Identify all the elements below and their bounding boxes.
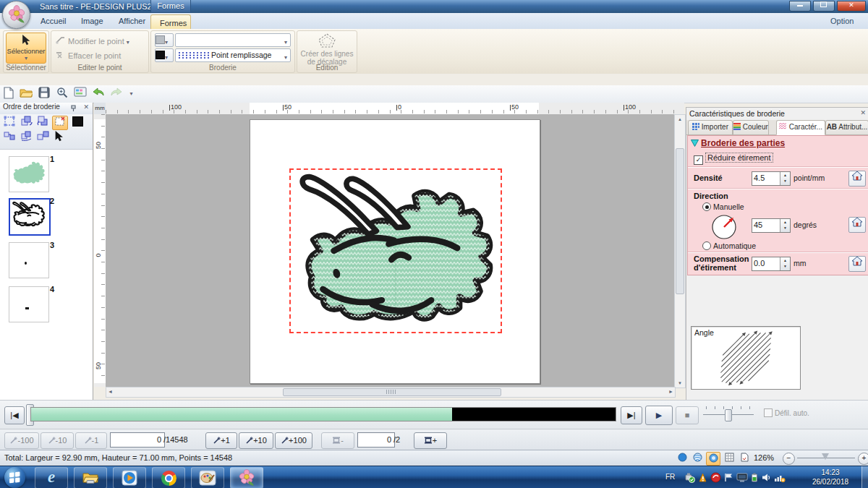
open-file-button[interactable]: [19, 87, 33, 101]
start-button[interactable]: [4, 467, 25, 488]
reduce-stretch-label[interactable]: Réduire étirement: [705, 153, 773, 163]
thread-color-swatch-button[interactable]: [70, 116, 85, 129]
back-100-button[interactable]: -100: [4, 432, 39, 449]
scroll-right-icon[interactable]: ►: [668, 388, 673, 396]
tab-attributs[interactable]: AB Attribut...: [825, 120, 868, 135]
stitch-view-button[interactable]: [691, 452, 704, 464]
stitch-progress-bar[interactable]: [30, 407, 616, 421]
panel-close-icon[interactable]: ✕: [83, 103, 89, 111]
network-icon[interactable]: [774, 472, 786, 483]
canvas-vscrollbar[interactable]: ▲ ▼: [674, 114, 686, 388]
toolbar-options-caret[interactable]: ▾: [127, 87, 135, 101]
grid-button[interactable]: [723, 452, 736, 464]
design-property-button[interactable]: [738, 452, 751, 464]
erase-point-button[interactable]: Effacer le point: [56, 50, 121, 60]
new-document-button[interactable]: [1, 87, 15, 101]
density-spinner[interactable]: 4.5 ▲▼: [752, 171, 791, 186]
zoom-out-button[interactable]: −: [783, 453, 795, 465]
option-menu[interactable]: Option: [822, 13, 862, 29]
section-triangle-icon[interactable]: [691, 140, 699, 147]
close-button[interactable]: ✕: [837, 1, 866, 12]
angle-spinner[interactable]: 45 ▲▼: [752, 218, 791, 233]
battery-icon[interactable]: [750, 472, 759, 483]
undo-button[interactable]: [91, 87, 106, 101]
taskbar-paint-button[interactable]: [191, 467, 224, 488]
action-center-flag-icon[interactable]: [723, 472, 734, 483]
tab-image[interactable]: Image: [72, 13, 112, 29]
auto-radio-row[interactable]: Automatique: [702, 241, 756, 250]
manual-radio-row[interactable]: Manuelle: [702, 202, 744, 211]
order-item-4[interactable]: [9, 286, 49, 322]
solid-view-button[interactable]: [676, 452, 689, 464]
compensation-spinner[interactable]: 0.0 ▲▼: [752, 257, 791, 271]
color-count-field[interactable]: 0: [357, 432, 395, 448]
autoscroll-row[interactable]: Défil. auto.: [764, 408, 809, 417]
order-item-1[interactable]: [9, 156, 49, 192]
group-button[interactable]: [19, 131, 33, 144]
scroll-left-icon[interactable]: ◄: [108, 388, 113, 396]
outline-stitch-combo[interactable]: ▾: [175, 33, 291, 47]
maximize-button[interactable]: [813, 1, 835, 12]
reduce-stretch-checkbox[interactable]: ✓: [694, 155, 703, 165]
fill-color-swatch-button[interactable]: ▾: [155, 48, 174, 62]
fill-stitch-combo[interactable]: Point remplissage ▾: [175, 48, 291, 62]
stitch-count-field[interactable]: 0: [110, 432, 165, 448]
vscroll-thumb[interactable]: [676, 148, 684, 294]
send-backward-button[interactable]: [35, 116, 50, 129]
speaker-icon[interactable]: [761, 472, 772, 483]
select-tool-button[interactable]: Sélectionner ▾: [6, 33, 46, 64]
scroll-down-icon[interactable]: ▼: [675, 379, 685, 388]
bring-forward-button[interactable]: [19, 116, 33, 129]
auto-radio[interactable]: [702, 241, 711, 250]
scroll-up-icon[interactable]: ▲: [675, 115, 685, 124]
tab-couleur[interactable]: Couleur: [733, 120, 769, 135]
play-button[interactable]: ▶: [645, 406, 673, 425]
go-to-end-button[interactable]: ▶|: [621, 406, 642, 424]
manual-radio[interactable]: [702, 202, 711, 211]
density-spin-buttons[interactable]: ▲▼: [780, 172, 790, 185]
angle-spin-buttons[interactable]: ▲▼: [780, 219, 790, 232]
tab-afficher[interactable]: Afficher: [110, 13, 154, 29]
zoom-in-button[interactable]: +: [858, 453, 868, 465]
antivirus-icon[interactable]: [710, 472, 721, 483]
order-item-3[interactable]: [9, 242, 49, 278]
go-to-start-button[interactable]: |◀: [4, 406, 25, 424]
reorder-button[interactable]: [2, 131, 17, 144]
minimize-button[interactable]: [789, 1, 811, 12]
order-item-2[interactable]: [9, 198, 51, 236]
zoom-slider-handle[interactable]: [822, 453, 829, 460]
language-indicator[interactable]: FR: [665, 473, 675, 481]
panel-cursor-icon[interactable]: [52, 131, 67, 144]
design-workspace[interactable]: [106, 114, 674, 387]
taskbar-chrome-button[interactable]: [152, 467, 185, 488]
back-1-button[interactable]: -1: [75, 432, 107, 449]
zoom-button[interactable]: [55, 87, 69, 101]
ungroup-button[interactable]: [35, 131, 50, 144]
realistic-view-button[interactable]: [706, 452, 720, 466]
tab-accueil[interactable]: Accueil: [32, 13, 75, 29]
hscroll-thumb[interactable]: [283, 388, 501, 396]
next-color-button[interactable]: +: [414, 432, 447, 449]
app-logo-button[interactable]: [2, 1, 30, 29]
usb-device-icon[interactable]: [684, 472, 695, 483]
taskbar-wmp-button[interactable]: [113, 467, 146, 488]
compensation-default-button[interactable]: [848, 256, 866, 272]
speed-handle[interactable]: [725, 409, 732, 421]
direction-default-button[interactable]: [848, 217, 866, 233]
stop-button[interactable]: ■: [676, 406, 699, 424]
outline-color-swatch-button[interactable]: ▾: [155, 33, 174, 47]
angle-dial[interactable]: [710, 213, 739, 241]
fwd-1-button[interactable]: +1: [205, 432, 237, 449]
taskbar-pedesign-button[interactable]: [230, 467, 263, 488]
clock[interactable]: 14:23 26/02/2018: [801, 468, 859, 487]
prev-color-button[interactable]: -: [321, 432, 354, 449]
show-desktop-button[interactable]: [861, 466, 868, 488]
canvas-hscrollbar[interactable]: ◄ ►: [106, 387, 676, 398]
offset-lines-button[interactable]: Créer des lignes de décalage: [297, 33, 357, 66]
fwd-10-button[interactable]: +10: [239, 432, 273, 449]
modify-point-button[interactable]: Modifier le point ▾: [56, 35, 129, 46]
speed-slider[interactable]: [703, 405, 754, 424]
context-tab-header[interactable]: Formes: [150, 0, 191, 13]
triceratops-design[interactable]: [291, 170, 498, 329]
display-icon[interactable]: [736, 472, 748, 483]
